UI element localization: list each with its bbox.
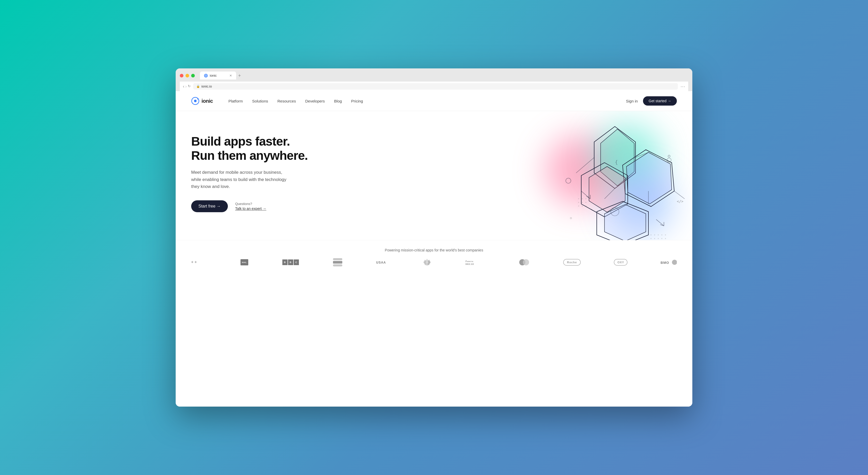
hero-subtitle: Meet demand for mobile across your busin… (191, 169, 289, 190)
nav-resources[interactable]: Resources (277, 99, 296, 103)
svg-point-1 (206, 75, 207, 76)
refresh-button[interactable]: ↻ (188, 84, 191, 89)
start-free-button[interactable]: Start free → (191, 200, 228, 212)
svg-point-44 (582, 202, 583, 203)
address-bar[interactable]: 🔒 ionic.io (193, 83, 678, 90)
svg-point-48 (585, 205, 586, 206)
tab-title: ionic (210, 74, 217, 77)
hero-graphic: </> { (517, 111, 692, 240)
svg-text:B: B (289, 261, 292, 264)
website-content: ionic Platform Solutions Resources Devel… (176, 91, 692, 407)
svg-point-26 (570, 217, 572, 219)
partners-logos: ✛ ✛ NHL B B (191, 259, 677, 266)
hero-title: Build apps faster. Run them anywhere. (191, 134, 310, 163)
svg-point-43 (578, 202, 579, 203)
partner-bbc: B B C (282, 259, 300, 266)
svg-point-40 (578, 198, 579, 199)
svg-point-21 (566, 178, 571, 183)
svg-point-30 (661, 234, 662, 235)
svg-point-45 (585, 202, 586, 203)
svg-line-13 (623, 201, 628, 204)
svg-point-47 (582, 205, 583, 206)
logo-text: ionic (202, 98, 213, 104)
partner-nhl: NHL (239, 259, 250, 266)
maximize-button[interactable] (191, 74, 195, 77)
tab-close-icon[interactable]: ✕ (229, 74, 232, 77)
address-bar-row: ‹ › ↻ 🔒 ionic.io ⋯ (180, 81, 688, 91)
svg-rect-59 (333, 261, 342, 264)
partner-bk (333, 259, 343, 266)
browser-menu-button[interactable]: ⋯ (680, 83, 685, 89)
svg-point-32 (650, 238, 652, 239)
svg-text:C: C (295, 261, 297, 264)
nav-actions: Sign in Get started → (626, 96, 677, 106)
svg-point-28 (654, 234, 655, 235)
svg-line-8 (576, 158, 594, 173)
svg-point-72 (672, 260, 677, 265)
nav-solutions[interactable]: Solutions (252, 99, 268, 103)
lock-icon: 🔒 (196, 85, 200, 88)
back-button[interactable]: ‹ (183, 84, 184, 89)
svg-line-17 (656, 219, 664, 226)
nav-pricing[interactable]: Pricing (351, 99, 363, 103)
svg-text:OXY: OXY (617, 261, 624, 264)
browser-window: ionic ✕ + ‹ › ↻ 🔒 ionic.io ⋯ (176, 68, 692, 407)
get-started-button[interactable]: Get started → (643, 96, 677, 106)
close-button[interactable] (180, 74, 183, 77)
svg-point-27 (650, 234, 652, 235)
svg-text:B: B (284, 261, 286, 264)
browser-tab[interactable]: ionic ✕ (200, 71, 236, 79)
svg-rect-60 (333, 264, 342, 266)
svg-point-25 (668, 155, 670, 157)
svg-text:✛ ✛: ✛ ✛ (191, 261, 197, 264)
svg-point-66 (523, 259, 529, 265)
svg-line-12 (674, 191, 685, 199)
svg-text:Roche: Roche (567, 261, 577, 264)
svg-text:USAA: USAA (376, 261, 386, 264)
svg-rect-58 (333, 258, 342, 260)
talk-to-expert-block: Questions? Talk to an expert → (235, 202, 266, 211)
hero-content: Build apps faster. Run them anywhere. Me… (191, 127, 310, 230)
svg-point-36 (665, 238, 666, 239)
svg-text:BMO: BMO (660, 261, 669, 265)
svg-point-35 (661, 238, 662, 239)
nav-blog[interactable]: Blog (334, 99, 342, 103)
svg-point-33 (654, 238, 655, 239)
partner-oxy: OXY (614, 259, 628, 266)
svg-point-29 (658, 234, 659, 235)
svg-point-34 (658, 238, 659, 239)
partner-usaa: USAA (375, 259, 389, 266)
svg-point-62 (426, 261, 428, 264)
svg-point-41 (582, 198, 583, 199)
url-text: ionic.io (202, 84, 212, 88)
minimize-button[interactable] (185, 74, 189, 77)
nav-links: Platform Solutions Resources Developers … (228, 99, 626, 103)
partner-roche: Roche (563, 259, 581, 266)
svg-point-31 (665, 234, 666, 235)
browser-chrome: ionic ✕ + ‹ › ↻ 🔒 ionic.io ⋯ (176, 68, 692, 91)
svg-text:{: { (615, 159, 618, 165)
nav-platform[interactable]: Platform (228, 99, 243, 103)
svg-point-46 (578, 205, 579, 206)
partner-bcbs: ✛ ✛ (191, 259, 207, 266)
talk-to-expert-link[interactable]: Talk to an expert → (235, 206, 266, 211)
hero-section: Build apps faster. Run them anywhere. Me… (176, 111, 692, 240)
site-nav: ionic Platform Solutions Resources Devel… (176, 91, 692, 111)
partner-bmo: BMO (660, 259, 677, 266)
svg-point-42 (585, 198, 586, 199)
svg-text:Panera: Panera (466, 260, 473, 263)
new-tab-button[interactable]: + (236, 72, 243, 79)
ionic-logo[interactable]: ionic (191, 97, 213, 105)
sign-in-button[interactable]: Sign in (626, 99, 638, 103)
hero-illustration: </> { (517, 111, 692, 240)
hero-actions: Start free → Questions? Talk to an exper… (191, 200, 310, 212)
tab-favicon (204, 74, 208, 77)
forward-button[interactable]: › (185, 84, 187, 89)
partners-section: Powering mission-critical apps for the w… (176, 240, 692, 276)
partner-nbc (422, 259, 432, 266)
questions-text: Questions? (235, 202, 266, 206)
svg-text:BREAD: BREAD (466, 263, 474, 265)
nav-developers[interactable]: Developers (305, 99, 325, 103)
svg-point-3 (194, 100, 196, 102)
svg-text:NHL: NHL (242, 261, 247, 264)
